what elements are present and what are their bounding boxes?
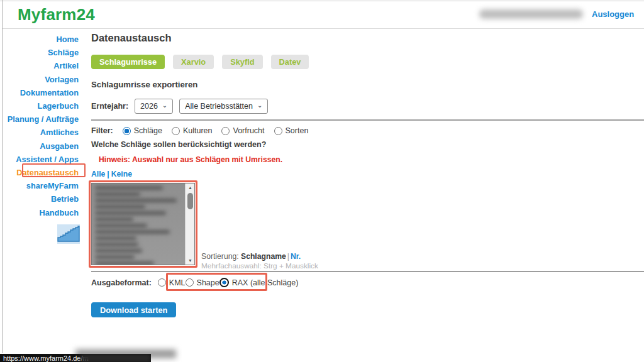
output-format-label: Ausgabeformat: [91, 278, 152, 287]
schlaege-listbox[interactable]: ▲ ▼ [91, 183, 195, 265]
filter-option-label: Schläge [134, 126, 162, 135]
sidebar-item-handbuch[interactable]: Handbuch [0, 206, 85, 219]
sidebar-item-betrieb[interactable]: Betrieb [0, 192, 85, 206]
filter-radio-kulturen[interactable]: Kulturen [172, 126, 213, 135]
sidebar-item-planung-auftraege[interactable]: Planung / Aufträge [0, 112, 85, 126]
username-redacted-blur [479, 9, 583, 19]
erntejahr-row: Erntejahr: 2026 ⌄ Alle Betriebsstätten ⌄ [91, 99, 268, 114]
radio-selected-icon [219, 278, 229, 287]
tab-skyfld[interactable]: Skyfld [222, 55, 262, 69]
filter-label: Filter: [91, 126, 113, 135]
tab-datev[interactable]: Datev [271, 55, 309, 69]
hint-text: Hinweis: Auswahl nur aus Schlägen mit Um… [99, 155, 282, 164]
sidebar-item-datenaustausch[interactable]: Datenaustausch [0, 166, 85, 179]
logout-link[interactable]: Ausloggen [592, 9, 634, 19]
sidebar: Home Schläge Artikel Vorlagen Dokumentat… [0, 33, 85, 246]
tab-xarvio[interactable]: Xarvio [173, 55, 214, 69]
filter-option-label: Kulturen [183, 126, 213, 135]
erntejahr-year-value: 2026 [140, 102, 158, 111]
filter-radio-schlaege[interactable]: Schläge [123, 126, 162, 135]
output-radio-rax[interactable]: RAX (alle Schläge) [219, 278, 299, 287]
sort-primary: Schlagname [241, 252, 286, 261]
header: Myfarm24 Ausloggen [3, 1, 644, 29]
sort-label: Sortierung: [201, 252, 239, 261]
sidebar-item-lagerbuch[interactable]: Lagerbuch [0, 99, 85, 112]
erntejahr-year-select[interactable]: 2026 ⌄ [135, 99, 173, 114]
section-title: Schlagumrisse exportieren [91, 80, 197, 89]
sidebar-item-ausgaben[interactable]: Ausgaben [0, 140, 85, 153]
listbox-redacted-content [92, 184, 185, 265]
question-text: Welche Schläge sollen berücksichtigt wer… [91, 140, 266, 149]
listbox-scrollbar[interactable]: ▲ ▼ [185, 184, 194, 265]
main-content: Datenaustausch Schlagumrisse Xarvio Skyf… [91, 28, 644, 349]
output-option-label: KML [169, 278, 186, 287]
divider [91, 271, 644, 272]
filter-radio-vorfrucht[interactable]: Vorfrucht [221, 126, 264, 135]
betriebsstaetten-select[interactable]: Alle Betriebsstätten ⌄ [179, 99, 268, 114]
download-button[interactable]: Download starten [91, 302, 176, 317]
app-logo[interactable]: Myfarm24 [18, 5, 95, 25]
output-radio-shape[interactable]: Shape [186, 278, 219, 287]
sidebar-item-artikel[interactable]: Artikel [0, 59, 85, 72]
sidebar-item-assistent-apps[interactable]: Assistent / Apps [0, 153, 85, 166]
growth-chart-icon[interactable] [57, 224, 80, 244]
sidebar-item-sharemyfarm[interactable]: shareMyFarm [0, 179, 85, 192]
radio-icon [172, 127, 180, 135]
sidebar-item-schlaege[interactable]: Schläge [0, 46, 85, 59]
select-none-link[interactable]: Keine [111, 170, 132, 178]
filter-option-label: Vorfrucht [233, 126, 264, 135]
page-title: Datenaustausch [91, 32, 171, 44]
select-links: Alle|Keine [91, 170, 132, 178]
tab-schlagumrisse[interactable]: Schlagumrisse [91, 55, 165, 69]
sidebar-item-home[interactable]: Home [0, 33, 85, 46]
scrollbar-thumb[interactable] [187, 193, 193, 209]
status-url-bar: https://www.myfarm24.de/m [0, 354, 151, 362]
chevron-down-icon: ⌄ [257, 102, 262, 109]
chevron-down-icon: ⌄ [162, 102, 167, 109]
radio-icon [158, 278, 166, 287]
scroll-down-icon[interactable]: ▼ [186, 256, 195, 265]
radio-selected-icon [123, 127, 131, 135]
app-window: Myfarm24 Ausloggen Home Schläge Artikel … [0, 0, 644, 362]
separator: | [105, 170, 111, 178]
separator: | [286, 252, 291, 261]
select-all-link[interactable]: Alle [91, 170, 105, 178]
filter-row: Filter: Schläge Kulturen Vorfrucht Sorte… [91, 126, 308, 135]
output-option-label: Shape [197, 278, 219, 287]
sidebar-item-vorlagen[interactable]: Vorlagen [0, 73, 85, 86]
radio-icon [221, 127, 230, 135]
sidebar-item-amtliches[interactable]: Amtliches [0, 126, 85, 139]
filter-option-label: Sorten [286, 126, 309, 135]
erntejahr-label: Erntejahr: [91, 102, 128, 111]
tab-bar: Schlagumrisse Xarvio Skyfld Datev [91, 55, 309, 69]
radio-icon [274, 127, 282, 135]
betriebsstaetten-value: Alle Betriebsstätten [185, 102, 253, 111]
multiselect-hint: Mehrfachauswahl: Strg + Mausklick [201, 261, 318, 270]
sort-line: Sortierung: Schlagname|Nr. [201, 252, 301, 261]
radio-icon [186, 278, 194, 287]
output-option-label: RAX (alle Schläge) [232, 278, 299, 287]
output-format-row: Ausgabeformat: KML Shape RAX (alle Schlä… [91, 278, 298, 287]
output-radio-kml[interactable]: KML [158, 278, 186, 287]
status-url-text: https://www.myfarm24.de/m [3, 354, 89, 362]
sort-secondary-link[interactable]: Nr. [291, 252, 301, 261]
status-redacted-blur [80, 354, 151, 362]
sidebar-item-dokumentation[interactable]: Dokumentation [0, 86, 85, 99]
filter-radio-sorten[interactable]: Sorten [274, 126, 309, 135]
divider [91, 119, 644, 121]
scroll-up-icon[interactable]: ▲ [186, 184, 195, 192]
